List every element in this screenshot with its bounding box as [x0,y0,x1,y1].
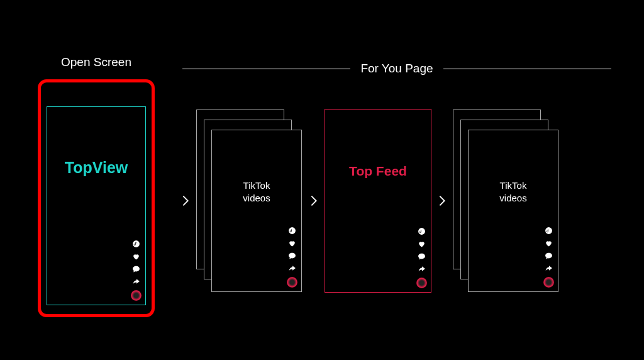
open-screen-label: Open Screen [61,55,131,69]
music-note-icon [545,227,553,235]
spinning-record-icon [543,277,554,288]
comment-icon [288,252,296,260]
stack-layer-front: TikTok videos [468,130,558,292]
tiktok-videos-stack-2: TikTok videos [453,110,560,292]
share-icon [288,264,296,273]
music-note-icon [288,227,296,235]
heart-icon [132,252,140,261]
stack-label: TikTok videos [469,179,558,204]
topview-card: TopView [47,106,146,305]
svg-point-0 [133,240,140,247]
svg-point-2 [418,228,425,235]
heart-icon [288,239,296,247]
tiktok-action-icons [543,227,554,288]
svg-point-1 [289,227,296,234]
comment-icon [418,252,426,261]
stack-layer-front: TikTok videos [211,130,302,292]
spinning-record-icon [416,278,427,288]
comment-icon [545,252,553,260]
spinning-record-icon [131,290,142,301]
tiktok-videos-stack-1: TikTok videos [196,110,303,292]
music-note-icon [418,227,426,235]
tiktok-action-icons [131,240,142,301]
tiktok-action-icons [287,227,297,288]
topfeed-card: Top Feed [325,109,431,293]
music-note-icon [132,240,140,248]
heart-icon [418,240,426,248]
share-icon [132,278,140,286]
chevron-right-icon [179,194,192,208]
chevron-right-icon [307,194,321,208]
topfeed-label: Top Feed [325,164,431,179]
spinning-record-icon [287,277,297,288]
share-icon [545,264,553,273]
stack-label: TikTok videos [212,179,301,204]
chevron-right-icon [435,194,449,208]
svg-point-3 [545,227,552,234]
open-screen-frame: TopView [38,79,155,317]
share-icon [418,265,426,273]
tiktok-action-icons [416,227,427,288]
topview-label: TopView [47,159,145,177]
heart-icon [545,239,553,247]
comment-icon [132,265,140,273]
open-screen-column: Open Screen TopView [38,55,155,317]
for-you-row: TikTok videos Top Feed TikTok videos [175,109,619,293]
